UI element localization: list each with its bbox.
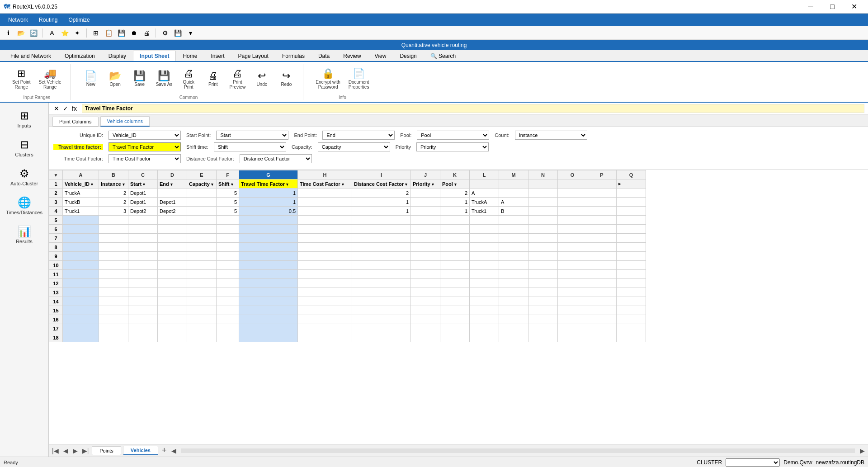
col-traveltime-header[interactable]: Travel Time Factor ▾ xyxy=(239,179,298,189)
col-q-header[interactable]: ▸ xyxy=(617,179,646,189)
cell-2-Q[interactable] xyxy=(617,189,646,198)
cell-5-Q[interactable] xyxy=(617,216,646,225)
tab-optimization[interactable]: Optimization xyxy=(58,51,102,61)
end-filter[interactable]: ▾ xyxy=(170,182,173,187)
sheet-tab-bottom-vehicles[interactable]: Vehicles xyxy=(123,446,158,455)
cell-3-G[interactable]: 1 xyxy=(239,198,298,207)
cell-3-E[interactable] xyxy=(187,198,217,207)
col-o-header[interactable] xyxy=(558,179,587,189)
cell-2-P[interactable] xyxy=(587,189,617,198)
cell-5-M[interactable] xyxy=(499,216,528,225)
start-filter[interactable]: ▾ xyxy=(143,182,145,187)
new-btn[interactable]: 📄 New xyxy=(80,70,102,88)
col-header-L[interactable]: L xyxy=(470,170,499,179)
col-end-header[interactable]: End ▾ xyxy=(158,179,187,189)
col-header-P[interactable]: P xyxy=(587,170,617,179)
cell-5-J[interactable] xyxy=(411,216,440,225)
cell-2-D[interactable] xyxy=(158,189,187,198)
vehicleid-filter[interactable]: ▾ xyxy=(91,182,93,187)
distance-cost-select[interactable]: Distance Cost Factor xyxy=(240,154,312,163)
print-preview-btn[interactable]: 🖨 PrintPreview xyxy=(226,67,249,91)
cell-4-J[interactable] xyxy=(411,207,440,216)
nav-next-btn[interactable]: ▶ xyxy=(71,447,79,454)
col-header-N[interactable]: N xyxy=(528,170,558,179)
cell-3-P[interactable] xyxy=(587,198,617,207)
diamond-tool-btn[interactable]: ✦ xyxy=(72,28,83,38)
col-header-D[interactable]: D xyxy=(158,170,187,179)
menu-item-routing[interactable]: Routing xyxy=(34,16,62,24)
dropdown-tool-btn[interactable]: ▾ xyxy=(185,28,196,38)
col-header-J[interactable]: J xyxy=(411,170,440,179)
cell-3-Q[interactable] xyxy=(617,198,646,207)
time-cost-select[interactable]: Time Cost Factor xyxy=(108,154,181,163)
maximize-button[interactable]: □ xyxy=(822,0,843,14)
cell-2-K[interactable]: 2 xyxy=(440,189,470,198)
cell-2-N[interactable] xyxy=(528,189,558,198)
cell-5-N[interactable] xyxy=(528,216,558,225)
cell-2-H[interactable] xyxy=(298,189,352,198)
cell-2-C[interactable]: Depot1 xyxy=(128,189,158,198)
cell-4-I[interactable]: 1 xyxy=(352,207,411,216)
table-tool-btn[interactable]: 📋 xyxy=(103,28,114,38)
menu-item-network[interactable]: Network xyxy=(4,16,33,24)
cell-4-G[interactable]: 0.5 xyxy=(239,207,298,216)
tab-view[interactable]: View xyxy=(368,51,393,61)
col-header-G[interactable]: G xyxy=(239,170,298,179)
cell-5-O[interactable] xyxy=(558,216,587,225)
col-pool-header[interactable]: Pool ▾ xyxy=(440,179,470,189)
cell-5-K[interactable] xyxy=(440,216,470,225)
cell-5-C[interactable] xyxy=(128,216,158,225)
start-point-select[interactable]: Start xyxy=(216,131,288,140)
col-shift-header[interactable]: Shift ▾ xyxy=(217,179,239,189)
hscroll-right-btn[interactable]: ▶ xyxy=(859,447,866,454)
nav-prev-btn[interactable]: ◀ xyxy=(62,447,70,454)
open-btn[interactable]: 📂 Open xyxy=(104,70,127,88)
cell-3-L[interactable]: TruckA xyxy=(470,198,499,207)
cell-3-C[interactable]: Depot1 xyxy=(128,198,158,207)
col-distancecost-header[interactable]: Distance Cost Factor ▾ xyxy=(352,179,411,189)
cell-4-O[interactable] xyxy=(558,207,587,216)
pool-filter[interactable]: ▾ xyxy=(454,182,457,187)
col-header-H[interactable]: H xyxy=(298,170,352,179)
distancecost-filter[interactable]: ▾ xyxy=(405,182,407,187)
cell-3-I[interactable]: 1 xyxy=(352,198,411,207)
cell-4-E[interactable] xyxy=(187,207,217,216)
encrypt-btn[interactable]: 🔒 Encrypt withPassword xyxy=(312,67,343,91)
set-vehicle-range-btn[interactable]: 🚚 Set VehicleRange xyxy=(36,67,65,91)
col-header-B[interactable]: B xyxy=(99,170,128,179)
timecost-filter[interactable]: ▾ xyxy=(342,182,344,187)
nav-first-btn[interactable]: |◀ xyxy=(51,447,60,454)
save2-tool-btn[interactable]: 💾 xyxy=(172,28,183,38)
cell-2-A[interactable]: TruckA xyxy=(63,189,99,198)
formula-input[interactable] xyxy=(82,104,864,113)
cell-2-B[interactable]: 2 xyxy=(99,189,128,198)
cell-5-I[interactable] xyxy=(352,216,411,225)
cell-4-C[interactable]: Depot2 xyxy=(128,207,158,216)
cell-5-E[interactable] xyxy=(187,216,217,225)
sheet-tab-vehicle-columns[interactable]: Vehicle columns xyxy=(100,116,150,127)
col-p-header[interactable] xyxy=(587,179,617,189)
col-header-C[interactable]: C xyxy=(128,170,158,179)
cell-5-P[interactable] xyxy=(587,216,617,225)
quick-print-btn[interactable]: 🖨 QuickPrint xyxy=(177,67,200,91)
cell-2-O[interactable] xyxy=(558,189,587,198)
cell-3-O[interactable] xyxy=(558,198,587,207)
text-tool-btn[interactable]: A xyxy=(47,28,57,38)
shift-filter[interactable]: ▾ xyxy=(231,182,233,187)
save-tool-btn[interactable]: 💾 xyxy=(116,28,127,38)
travel-time-select[interactable]: Travel Time Factor xyxy=(108,142,181,151)
sheet-tab-bottom-points[interactable]: Points xyxy=(92,446,121,455)
cell-4-B[interactable]: 3 xyxy=(99,207,128,216)
tab-home[interactable]: Home xyxy=(176,51,204,61)
cell-3-D[interactable]: Depot1 xyxy=(158,198,187,207)
col-header-F[interactable]: F xyxy=(217,170,239,179)
col-header-O[interactable]: O xyxy=(558,170,587,179)
refresh-tool-btn[interactable]: 🔄 xyxy=(28,28,39,38)
col-m-header[interactable] xyxy=(499,179,528,189)
print-btn[interactable]: 🖨 Print xyxy=(202,70,224,88)
print-tool-btn[interactable]: 🖨 xyxy=(141,28,152,38)
instance-filter[interactable]: ▾ xyxy=(123,182,125,187)
cell-5-D[interactable] xyxy=(158,216,187,225)
tab-formulas[interactable]: Formulas xyxy=(275,51,311,61)
cell-5-G[interactable] xyxy=(239,216,298,225)
